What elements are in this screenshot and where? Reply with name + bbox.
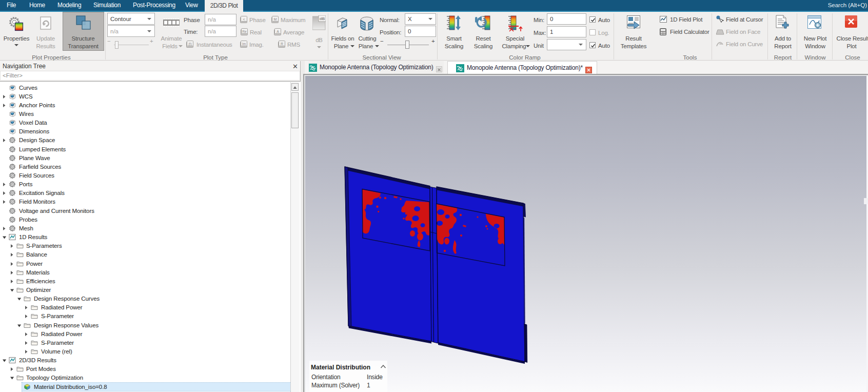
svg-text:dB: dB bbox=[320, 16, 325, 21]
svg-text:(t): (t) bbox=[188, 42, 191, 46]
svg-text:R: R bbox=[281, 42, 283, 46]
svg-text:Re: Re bbox=[242, 30, 247, 33]
svg-text:M: M bbox=[274, 17, 277, 21]
svg-text:A: A bbox=[277, 30, 279, 33]
svg-text:<: < bbox=[243, 17, 245, 21]
svg-text:Im: Im bbox=[242, 42, 246, 46]
